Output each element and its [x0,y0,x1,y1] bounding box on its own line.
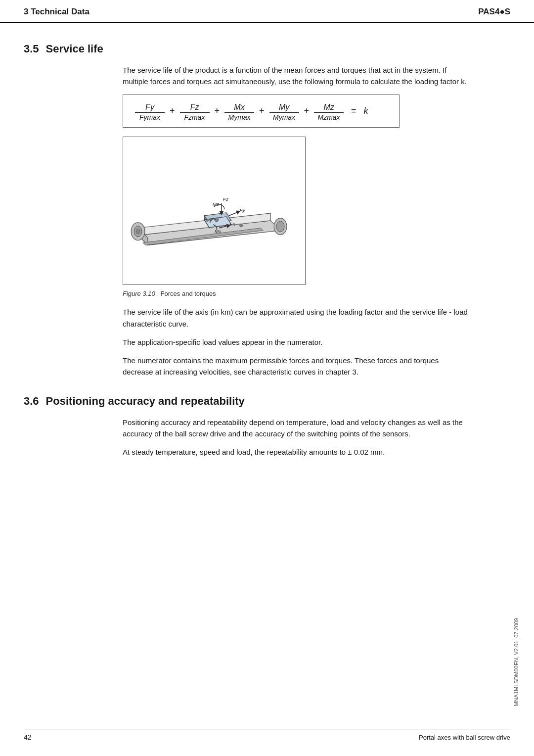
figure-caption: Figure 3.10 Forces and torques [123,290,510,297]
section-36-para-2: At steady temperature, speed and load, t… [123,446,469,458]
svg-text:Fz: Fz [223,197,228,202]
fraction-my: My Mymax [269,103,299,122]
svg-point-5 [276,221,284,232]
section-35-para-1: The service life of the product is a fun… [123,64,469,88]
footer-divider [24,729,510,729]
footer-page-number: 42 [24,733,32,741]
fraction-my-denominator: Mymax [273,113,295,121]
fraction-mz-numerator: Mz [323,103,334,113]
svg-text:My: My [206,217,213,223]
page-content: 3.5 Service life The service life of the… [0,23,534,494]
svg-text:Mz: Mz [213,202,219,207]
fraction-mz: Mz Mzmax [314,103,344,122]
fraction-my-numerator: My [279,103,289,113]
footer-version: MNA1MLSDM00EN, V2.01, 07.2009 [513,618,519,707]
fraction-mx-numerator: Mx [234,103,244,113]
k-variable: k [364,106,368,116]
section-36-number: 3.6 [24,395,39,408]
page-footer: 42 Portal axes with ball screw drive [0,729,534,741]
fraction-fz-denominator: Fzmax [184,113,205,121]
fraction-mx: Mx Mymax [224,103,254,122]
header-product: PAS4●S [478,7,510,17]
svg-point-3 [136,229,140,234]
section-36-para-1: Positioning accuracy and repeatability d… [123,417,469,440]
svg-text:Fx: Fx [230,221,236,227]
section-35-number: 3.5 [24,43,39,55]
fraction-fy-denominator: Fymax [139,113,160,121]
figure-forces-torques: Fz Mz Fy My Mx Fx [123,137,306,285]
section-36-title: Positioning accuracy and repeatability [46,395,245,408]
fraction-fy-numerator: Fy [145,103,154,113]
footer-description: Portal axes with ball screw drive [419,734,510,741]
footer-content: 42 Portal axes with ball screw drive [24,733,510,741]
plus-1: + [170,106,175,116]
svg-rect-0 [123,137,305,284]
header-chapter: 3 Technical Data [24,7,89,17]
formula-row: Fy Fymax + Fz Fzmax + Mx Mymax + My Myma… [135,103,387,122]
plus-3: + [259,106,265,116]
plus-4: + [304,106,310,116]
fraction-fy: Fy Fymax [135,103,165,122]
figure-svg: Fz Mz Fy My Mx Fx [123,137,305,284]
svg-point-7 [240,224,243,227]
figure-caption-number: Figure 3.10 [123,290,155,297]
svg-text:Mx: Mx [215,229,222,234]
svg-text:Fy: Fy [240,207,246,213]
section-36: 3.6 Positioning accuracy and repeatabili… [24,395,510,458]
section-35-para-3: The application-specific load values app… [123,336,469,348]
fraction-mz-denominator: Mzmax [318,113,340,121]
fraction-fz: Fz Fzmax [180,103,210,122]
plus-2: + [215,106,220,116]
formula-box: Fy Fymax + Fz Fzmax + Mx Mymax + My Myma… [123,94,400,128]
section-36-heading: 3.6 Positioning accuracy and repeatabili… [24,395,510,408]
section-35-heading: 3.5 Service life [24,43,510,55]
fraction-fz-numerator: Fz [190,103,199,113]
equals-sign: = [349,106,359,116]
fraction-mx-denominator: Mymax [228,113,250,121]
section-35-para-4: The numerator contains the maximum permi… [123,355,469,378]
page-header: 3 Technical Data PAS4●S [0,0,534,23]
figure-caption-text: Forces and torques [161,290,216,297]
section-35-title: Service life [46,43,103,55]
section-35-para-2: The service life of the axis (in km) can… [123,306,469,330]
